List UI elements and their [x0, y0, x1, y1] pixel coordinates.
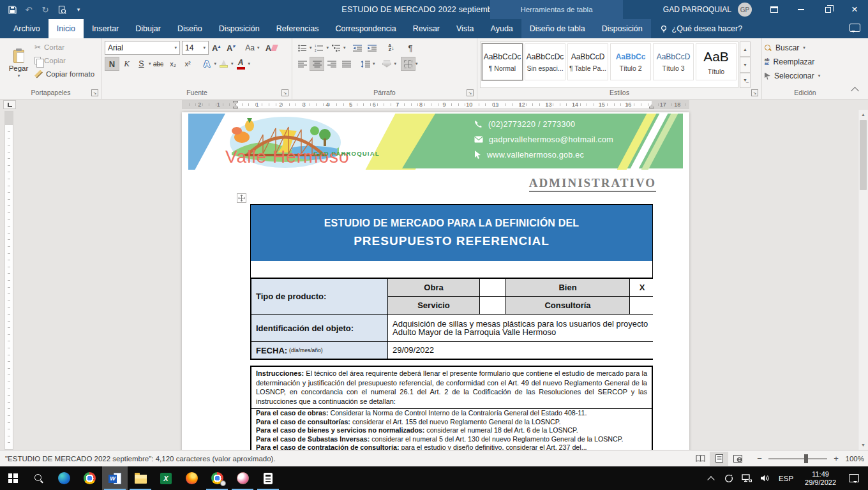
- zoom-slider-thumb[interactable]: [804, 454, 808, 463]
- styles-scroll-down[interactable]: ▼: [740, 57, 751, 72]
- action-center-button[interactable]: [849, 474, 859, 482]
- save-button[interactable]: [5, 3, 19, 17]
- format-painter-button[interactable]: Copiar formato: [34, 68, 94, 80]
- bien-check-cell[interactable]: X: [630, 279, 654, 296]
- replace-button[interactable]: abacReemplazar: [765, 56, 820, 68]
- language-indicator[interactable]: ESP: [775, 475, 797, 482]
- print-layout-button[interactable]: [710, 452, 728, 466]
- consultoria-cell[interactable]: Consultoría: [506, 297, 629, 314]
- caso-bienes-servicios[interactable]: Para el caso de bienes y servicios no no…: [251, 426, 652, 435]
- table-move-handle[interactable]: [237, 193, 246, 203]
- tipo-producto-label-cell[interactable]: Tipo de producto:: [251, 279, 387, 314]
- tab-selector[interactable]: [3, 100, 16, 109]
- styles-dialog-launcher[interactable]: [751, 89, 758, 96]
- cut-button[interactable]: ✂Cortar: [34, 41, 94, 53]
- style-titulo-3[interactable]: AaBbCcDTítulo 3: [653, 43, 694, 80]
- strikethrough-button[interactable]: [151, 57, 166, 71]
- decrease-indent-button[interactable]: [350, 41, 365, 55]
- objeto-value-cell[interactable]: Adquisición de sillas y mesas plásticas …: [388, 315, 654, 341]
- scrollbar-thumb[interactable]: [860, 120, 867, 190]
- caso-obras[interactable]: Para el caso de obras: Considerar la Nor…: [251, 409, 652, 418]
- ribbon-display-options-button[interactable]: [761, 0, 788, 19]
- redo-button[interactable]: ↻: [38, 3, 52, 17]
- caso-contratacion[interactable]: Para el caso de contratación de consulto…: [251, 443, 652, 450]
- find-button[interactable]: Buscar▾: [765, 42, 820, 54]
- subscript-button[interactable]: [166, 57, 181, 71]
- restore-button[interactable]: [814, 0, 841, 19]
- shading-button[interactable]: [380, 57, 394, 71]
- objeto-label-cell[interactable]: Identificación del objeto:: [251, 315, 387, 341]
- taskbar-clock[interactable]: 11:4929/9/2022: [800, 470, 841, 487]
- consultoria-check-cell[interactable]: [630, 297, 654, 314]
- bullets-button[interactable]: [295, 41, 310, 55]
- select-button[interactable]: Seleccionar▾: [765, 70, 820, 82]
- taskbar-chrome[interactable]: [77, 466, 102, 490]
- multilevel-list-button[interactable]: [329, 41, 343, 55]
- scroll-down-arrow[interactable]: ▼: [858, 440, 868, 450]
- borders-button[interactable]: [401, 57, 415, 71]
- network-icon[interactable]: [739, 466, 754, 490]
- hidden-icons-button[interactable]: [703, 466, 719, 490]
- feedback-icon[interactable]: [849, 24, 860, 32]
- document-page[interactable]: Valle Hermoso GAD PARROQUIAL (02)2773220…: [182, 112, 689, 450]
- font-size-combo[interactable]: 14▾: [182, 41, 209, 55]
- tab-correspondencia[interactable]: Correspondencia: [327, 19, 404, 38]
- tab-referencias[interactable]: Referencias: [268, 19, 327, 38]
- italic-button[interactable]: [119, 57, 134, 71]
- tab-diseno-de-tabla[interactable]: Diseño de tabla: [521, 19, 594, 38]
- collapse-ribbon-button[interactable]: [851, 87, 859, 95]
- copy-button[interactable]: Copiar: [34, 55, 94, 66]
- bien-cell[interactable]: Bien: [506, 279, 629, 296]
- volume-icon[interactable]: [757, 466, 772, 490]
- taskbar-word[interactable]: W: [102, 466, 128, 490]
- horizontal-ruler[interactable]: 21 12345678910111213141516 1718: [182, 100, 689, 109]
- style-normal[interactable]: AaBbCcDc¶ Normal: [482, 43, 523, 80]
- print-preview-button[interactable]: [55, 3, 69, 17]
- servicio-cell[interactable]: Servicio: [388, 297, 479, 314]
- tab-diseno[interactable]: Diseño: [169, 19, 211, 38]
- servicio-check-cell[interactable]: [480, 297, 505, 314]
- tab-disposicion[interactable]: Disposición: [211, 19, 268, 38]
- form-title-box[interactable]: ESTUDIO DE MERCADO PARA LA DEFINICIÓN DE…: [250, 204, 653, 262]
- instructions-box[interactable]: Instrucciones: El técnico del área requi…: [250, 366, 653, 450]
- align-left-button[interactable]: [295, 57, 310, 71]
- taskbar-firefox[interactable]: [179, 466, 204, 490]
- paste-button[interactable]: Pegar ▾: [3, 40, 34, 88]
- tab-vista[interactable]: Vista: [448, 19, 483, 38]
- blank-table-row[interactable]: [250, 261, 653, 278]
- vertical-ruler[interactable]: [0, 110, 18, 450]
- minimize-button[interactable]: [788, 0, 814, 19]
- taskbar-paint[interactable]: [230, 466, 255, 490]
- close-button[interactable]: [841, 0, 868, 19]
- tab-inicio[interactable]: Inicio: [49, 19, 84, 38]
- tell-me-box[interactable]: ¿Qué desea hacer?: [651, 19, 752, 38]
- styles-more-button[interactable]: ▼̲: [740, 73, 751, 88]
- caso-subastas[interactable]: Para el caso de Subastas Inversas: consi…: [251, 435, 652, 444]
- show-marks-button[interactable]: [403, 41, 418, 55]
- change-case-button[interactable]: [243, 41, 257, 55]
- fecha-value-cell[interactable]: 29/09/2022: [388, 342, 654, 359]
- taskbar-search-button[interactable]: [26, 466, 51, 490]
- grow-font-button[interactable]: A: [209, 41, 223, 55]
- taskbar-excel[interactable]: X: [153, 466, 179, 490]
- taskbar-edge[interactable]: [51, 466, 77, 490]
- align-right-button[interactable]: [324, 57, 339, 71]
- style-titulo-2[interactable]: AaBbCcTítulo 2: [610, 43, 651, 80]
- clipboard-dialog-launcher[interactable]: [91, 89, 98, 96]
- shrink-font-button[interactable]: A: [223, 41, 238, 55]
- style-sin-espaciado[interactable]: AaBbCcDcSin espaci...: [525, 43, 565, 80]
- numbering-button[interactable]: 12: [312, 41, 327, 55]
- taskbar-file-explorer[interactable]: [128, 466, 153, 490]
- paragraph-dialog-launcher[interactable]: [467, 89, 474, 96]
- tab-archivo[interactable]: Archivo: [5, 19, 49, 38]
- account-avatar[interactable]: GP: [738, 3, 752, 17]
- taskbar-calculator[interactable]: [255, 466, 281, 490]
- styles-scroll-up[interactable]: ▲: [740, 41, 751, 57]
- align-center-button[interactable]: [310, 57, 324, 71]
- increase-indent-button[interactable]: [365, 41, 380, 55]
- line-spacing-button[interactable]: [358, 57, 373, 71]
- zoom-out-button[interactable]: −: [756, 454, 763, 463]
- start-button[interactable]: [0, 466, 26, 490]
- web-layout-button[interactable]: [728, 452, 747, 466]
- zoom-in-button[interactable]: +: [832, 454, 840, 463]
